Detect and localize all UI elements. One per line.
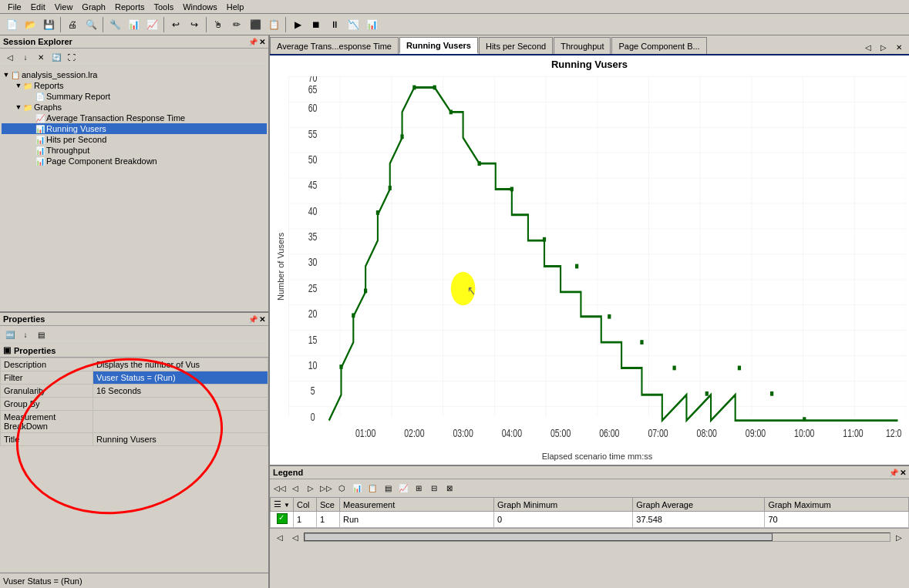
save-button[interactable]: 💾 xyxy=(40,16,57,33)
col-header-avg[interactable]: Graph Average xyxy=(633,498,765,512)
leg-btn-9[interactable]: 📈 xyxy=(396,481,410,495)
menu-view[interactable]: View xyxy=(50,2,78,12)
leg-btn-6[interactable]: 📊 xyxy=(350,481,364,495)
props-pin-icon[interactable]: 📌 xyxy=(248,315,258,324)
tab-next[interactable]: ▷ xyxy=(877,40,890,54)
tree-pc-label: Page Component Breakdown xyxy=(46,156,157,166)
open-button[interactable]: 📂 xyxy=(22,16,39,33)
expand-root[interactable]: ▼ xyxy=(2,71,11,79)
expand-reports[interactable]: ▼ xyxy=(14,82,23,89)
leg-btn-1[interactable]: ◁◁ xyxy=(273,481,287,495)
tree-root[interactable]: ▼ 📋 analysis_session.lra xyxy=(2,69,267,80)
col-header-col[interactable]: Col xyxy=(294,498,317,512)
exp-btn-close[interactable]: ✕ xyxy=(34,50,48,64)
tb-btn-17[interactable]: ⏸ xyxy=(326,16,343,33)
props-close-icon[interactable]: ✕ xyxy=(259,315,265,324)
tab-running-vusers[interactable]: Running Vusers xyxy=(399,37,478,54)
menu-graph[interactable]: Graph xyxy=(77,2,110,12)
legend-scrollbar[interactable]: ◁ ◁ ▷ xyxy=(270,528,909,546)
tb-btn-18[interactable]: 📉 xyxy=(345,16,362,33)
leg-btn-3[interactable]: ▷ xyxy=(304,481,318,495)
new-button[interactable]: 📄 xyxy=(3,16,20,33)
menu-windows[interactable]: Windows xyxy=(178,2,222,12)
tb-btn-13[interactable]: ⬛ xyxy=(247,16,264,33)
svg-text:50: 50 xyxy=(308,154,318,166)
col-header-min[interactable]: Graph Minimum xyxy=(494,498,633,512)
tab-prev[interactable]: ◁ xyxy=(861,40,875,54)
tab-throughput[interactable]: Throughput xyxy=(554,37,611,54)
prop-value-granularity: 16 Seconds xyxy=(93,385,268,398)
exp-btn-4[interactable]: 🔄 xyxy=(49,50,63,64)
expand-graphs[interactable]: ▼ xyxy=(14,103,23,111)
tree-graphs[interactable]: ▼ 📁 Graphs xyxy=(2,102,267,113)
menu-reports[interactable]: Reports xyxy=(110,2,150,12)
tab-page-component[interactable]: Page Component B... xyxy=(611,37,706,54)
tab-close[interactable]: ✕ xyxy=(892,40,906,54)
scroll-right[interactable]: ▷ xyxy=(892,530,906,544)
tb-btn-16[interactable]: ⏹ xyxy=(308,16,325,33)
tb-btn-9[interactable]: ↩ xyxy=(167,16,184,33)
leg-btn-10[interactable]: ⊞ xyxy=(412,481,426,495)
prop-row-groupby: Group By xyxy=(1,398,268,411)
exp-btn-2[interactable]: ↓ xyxy=(19,50,32,64)
tb-btn-8[interactable]: 📈 xyxy=(143,16,160,33)
menu-file[interactable]: File xyxy=(3,2,26,12)
tree-reports[interactable]: ▼ 📁 Reports xyxy=(2,80,267,91)
checkbox-green[interactable] xyxy=(277,513,288,524)
prop-name-title: Title xyxy=(1,433,93,446)
menu-edit[interactable]: Edit xyxy=(26,2,50,12)
props-btn-1[interactable]: 🔤 xyxy=(3,328,17,341)
leg-btn-5[interactable]: ⬡ xyxy=(335,481,348,495)
legend-close-icon[interactable]: ✕ xyxy=(900,469,906,477)
scrollbar-thumb[interactable] xyxy=(305,533,773,541)
tb-btn-5[interactable]: 🔍 xyxy=(82,16,99,33)
tb-btn-10[interactable]: ↪ xyxy=(186,16,203,33)
svg-rect-0 xyxy=(288,76,906,417)
tb-btn-14[interactable]: 📋 xyxy=(265,16,282,33)
tb-btn-15[interactable]: ▶ xyxy=(289,16,306,33)
props-btn-2[interactable]: ↓ xyxy=(19,328,32,341)
tb-btn-19[interactable]: 📊 xyxy=(363,16,380,33)
tab-hits[interactable]: Hits per Second xyxy=(479,37,553,54)
scroll-left[interactable]: ◁ xyxy=(273,530,287,544)
props-btn-3[interactable]: ▤ xyxy=(34,328,48,341)
tree-hits[interactable]: 📊 Hits per Second xyxy=(2,134,267,145)
exp-btn-5[interactable]: ⛶ xyxy=(65,50,79,64)
props-header-right: 📌 ✕ xyxy=(248,315,265,324)
tb-btn-12[interactable]: ✏ xyxy=(228,16,245,33)
menu-tools[interactable]: Tools xyxy=(149,2,178,12)
leg-btn-8[interactable]: ▤ xyxy=(381,481,395,495)
chart-inner[interactable]: 0 5 10 15 20 25 30 35 40 45 50 55 60 65 xyxy=(288,76,906,456)
pin-icon[interactable]: 📌 xyxy=(248,38,258,46)
tb-btn-6[interactable]: 🔧 xyxy=(106,16,123,33)
col-header-sce[interactable]: Sce xyxy=(317,498,340,512)
tab-avg-response[interactable]: Average Trans...esponse Time xyxy=(270,37,399,54)
scrollbar-track[interactable] xyxy=(304,533,890,542)
graph-icon-1: 📈 xyxy=(35,114,45,123)
tree-throughput[interactable]: 📊 Throughput xyxy=(2,145,267,156)
leg-btn-7[interactable]: 📋 xyxy=(365,481,379,495)
tb-btn-4[interactable]: 🖨 xyxy=(64,16,81,33)
tb-btn-7[interactable]: 📊 xyxy=(125,16,142,33)
col-header-check[interactable]: ☰ ▼ xyxy=(271,498,294,512)
svg-text:10:00: 10:00 xyxy=(794,428,814,440)
tree-running-vusers[interactable]: 📊 Running Vusers xyxy=(2,123,267,134)
col-header-max[interactable]: Graph Maximum xyxy=(765,498,909,512)
scroll-left2[interactable]: ◁ xyxy=(288,530,302,544)
svg-text:60: 60 xyxy=(308,102,318,115)
svg-text:06:00: 06:00 xyxy=(599,428,619,440)
col-header-measurement[interactable]: Measurement xyxy=(340,498,494,512)
menu-help[interactable]: Help xyxy=(222,2,249,12)
close-icon[interactable]: ✕ xyxy=(259,38,265,46)
tree-page-component[interactable]: 📊 Page Component Breakdown xyxy=(2,156,267,166)
tree-avg-trans[interactable]: 📈 Average Transaction Response Time xyxy=(2,113,267,123)
legend-check[interactable] xyxy=(271,512,294,528)
tb-btn-11[interactable]: 🖱 xyxy=(210,16,227,33)
leg-btn-11[interactable]: ⊟ xyxy=(427,481,441,495)
legend-pin-icon[interactable]: 📌 xyxy=(889,469,898,477)
tree-summary-report[interactable]: 📄 Summary Report xyxy=(2,91,267,102)
leg-btn-4[interactable]: ▷▷ xyxy=(319,481,333,495)
leg-btn-12[interactable]: ⊠ xyxy=(443,481,456,495)
leg-btn-2[interactable]: ◁ xyxy=(288,481,302,495)
exp-btn-1[interactable]: ◁ xyxy=(3,50,17,64)
